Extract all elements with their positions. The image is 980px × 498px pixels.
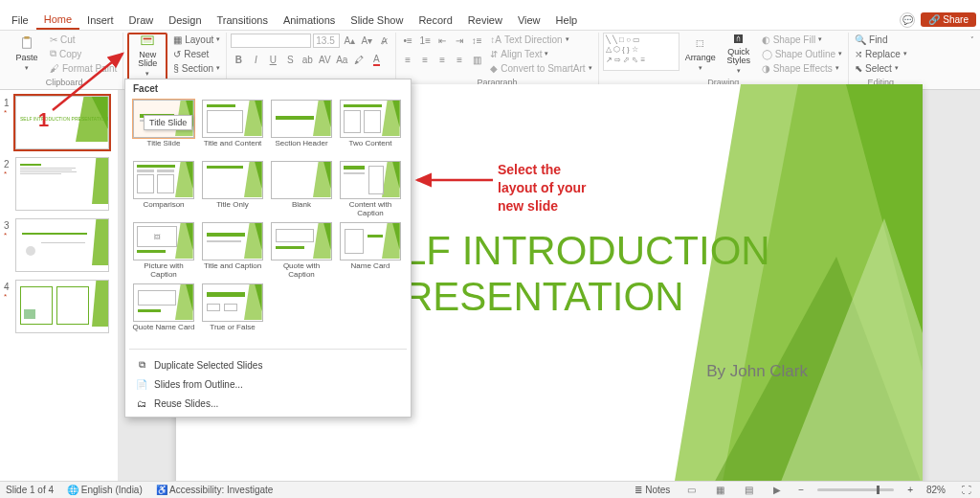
collapse-ribbon-button[interactable]: ˅: [970, 36, 974, 44]
zoom-out-button[interactable]: −: [798, 485, 804, 495]
find-button[interactable]: 🔍Find: [853, 33, 909, 46]
italic-button[interactable]: I: [248, 52, 263, 67]
text-direction-icon: ↕A: [490, 34, 501, 45]
select-button[interactable]: ⬉Select▾: [853, 61, 909, 75]
tab-insert[interactable]: Insert: [79, 11, 122, 29]
layout-option[interactable]: Section Header: [269, 100, 334, 157]
view-slideshow-button[interactable]: ▶: [769, 484, 785, 497]
tab-home[interactable]: Home: [36, 11, 79, 30]
tab-record[interactable]: Record: [411, 11, 459, 29]
paste-button[interactable]: Paste▾: [10, 33, 44, 75]
cut-button[interactable]: ✂Cut: [48, 33, 119, 46]
indent-inc-button[interactable]: ⇥: [452, 33, 467, 48]
notes-button[interactable]: ≣ Notes: [635, 485, 670, 495]
quick-styles-button[interactable]: 🅰Quick Styles▾: [722, 33, 756, 75]
svg-marker-9: [92, 281, 108, 327]
tab-design[interactable]: Design: [161, 11, 209, 29]
layout-option[interactable]: Two Content: [338, 100, 403, 157]
view-sorter-button[interactable]: ▦: [712, 484, 727, 497]
clear-format-button[interactable]: A̷: [376, 33, 391, 48]
shape-effects-button[interactable]: ◑Shape Effects▾: [760, 61, 844, 75]
layout-option[interactable]: Name Card: [338, 222, 403, 280]
line-spacing-button[interactable]: ↕≡: [469, 33, 484, 48]
layout-option[interactable]: Comparison: [131, 161, 196, 218]
tab-help[interactable]: Help: [548, 11, 586, 29]
shadow-button[interactable]: ab: [300, 52, 315, 67]
underline-button[interactable]: U: [265, 52, 280, 67]
view-reading-button[interactable]: ▤: [741, 484, 756, 497]
numbering-button[interactable]: 1≡: [417, 33, 433, 48]
view-normal-button[interactable]: ▭: [683, 484, 699, 497]
highlight-button[interactable]: 🖍: [351, 52, 367, 67]
effects-icon: ◑: [762, 63, 770, 74]
replace-button[interactable]: ⤭Replace▾: [853, 47, 909, 60]
spacing-button[interactable]: AV: [317, 52, 332, 67]
shrink-font-button[interactable]: A▾: [359, 33, 374, 48]
new-slide-button[interactable]: New Slide▾: [130, 35, 165, 78]
layout-option[interactable]: Blank: [269, 161, 334, 218]
bullets-button[interactable]: •≡: [400, 33, 415, 48]
layout-option[interactable]: Title Only: [200, 161, 265, 218]
tab-file[interactable]: File: [4, 11, 36, 29]
tab-animations[interactable]: Animations: [276, 11, 343, 29]
align-text-button[interactable]: ⇵Align Text▾: [488, 47, 593, 60]
tab-draw[interactable]: Draw: [122, 11, 162, 29]
thumbnail-1[interactable]: SELF INTRODUCTION PRESENTATION: [15, 96, 109, 149]
tab-transitions[interactable]: Transitions: [210, 11, 276, 29]
slide-title[interactable]: ELF INTRODUCTION PRESENTATION: [377, 228, 884, 321]
layout-option[interactable]: 🖼Picture with Caption: [131, 222, 196, 280]
zoom-in-button[interactable]: +: [907, 485, 913, 495]
paste-icon: [19, 35, 34, 51]
tab-review[interactable]: Review: [460, 11, 510, 29]
font-family-select[interactable]: [231, 34, 311, 48]
thumbnail-2[interactable]: [15, 157, 109, 211]
svg-marker-8: [92, 219, 108, 265]
status-language[interactable]: 🌐 English (India): [67, 485, 143, 495]
smartart-button[interactable]: ◆Convert to SmartArt▾: [488, 61, 593, 75]
format-painter-button[interactable]: 🖌Format Paint: [48, 61, 119, 75]
shape-outline-button[interactable]: ◯Shape Outline▾: [760, 47, 844, 60]
section-button[interactable]: §Section▾: [171, 61, 222, 75]
arrange-button[interactable]: ⬚Arrange▾: [683, 33, 718, 75]
font-color-button[interactable]: A: [368, 52, 384, 67]
fill-icon: ◐: [762, 34, 770, 45]
reuse-slides-item[interactable]: 🗂Reuse Slides...: [131, 394, 405, 413]
grow-font-button[interactable]: A▴: [342, 33, 357, 48]
layout-option[interactable]: Quote with Caption: [269, 222, 334, 280]
fit-button[interactable]: ⛶: [959, 484, 974, 497]
layout-option[interactable]: Quote Name Card: [131, 283, 196, 341]
comments-icon[interactable]: 💬: [900, 12, 915, 28]
layout-option[interactable]: Content with Caption: [338, 161, 403, 218]
layout-option[interactable]: Title and Content: [200, 100, 265, 157]
columns-button[interactable]: ▥: [469, 52, 484, 67]
thumbnail-4[interactable]: [15, 280, 109, 333]
status-accessibility[interactable]: ♿ Accessibility: Investigate: [156, 485, 274, 495]
strike-button[interactable]: S: [282, 52, 298, 67]
bold-button[interactable]: B: [231, 52, 246, 67]
thumbnail-3[interactable]: [15, 218, 109, 272]
zoom-level[interactable]: 82%: [926, 485, 946, 495]
text-direction-button[interactable]: ↕AText Direction▾: [488, 33, 593, 46]
layout-option[interactable]: True or False: [200, 283, 265, 341]
tab-view[interactable]: View: [510, 11, 548, 29]
justify-button[interactable]: ≡: [452, 52, 467, 67]
copy-button[interactable]: ⧉Copy: [48, 47, 119, 60]
align-right-button[interactable]: ≡: [434, 52, 450, 67]
case-button[interactable]: Aa: [334, 52, 349, 67]
zoom-slider[interactable]: [817, 488, 894, 491]
duplicate-slides-item[interactable]: ⧉Duplicate Selected Slides: [131, 355, 405, 374]
shape-fill-button[interactable]: ◐Shape Fill▾: [760, 33, 844, 46]
font-size-select[interactable]: 13.5: [313, 34, 340, 48]
indent-dec-button[interactable]: ⇤: [434, 33, 450, 48]
align-left-button[interactable]: ≡: [400, 52, 415, 67]
shapes-gallery[interactable]: ╲ ╲ □ ○ ▭△ ⬡ { } ☆↗ ⇨ ⬀ ⬁ ≡: [603, 33, 679, 71]
layout-option[interactable]: Title and Caption: [200, 222, 265, 280]
layout-button[interactable]: ▦Layout▾: [171, 33, 222, 46]
tab-slideshow[interactable]: Slide Show: [343, 11, 411, 29]
slides-from-outline-item[interactable]: 📄Slides from Outline...: [131, 374, 405, 394]
slide-subtitle[interactable]: By John Clark: [706, 362, 808, 381]
share-button[interactable]: 🔗Share: [921, 12, 976, 27]
align-center-button[interactable]: ≡: [417, 52, 433, 67]
outline-file-icon: 📄: [135, 377, 148, 391]
reset-button[interactable]: ↺Reset: [171, 47, 222, 60]
